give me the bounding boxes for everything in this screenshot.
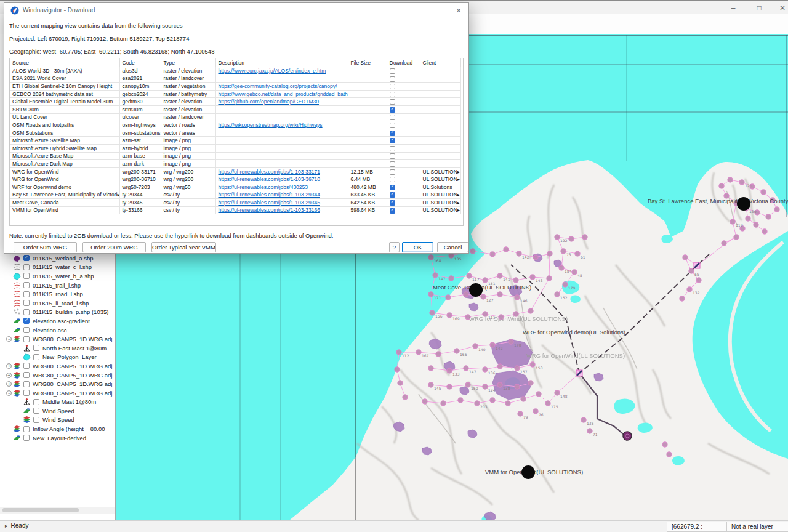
project-site-marker[interactable] (521, 465, 535, 479)
description-link[interactable]: https://wiki.openstreetmap.org/wiki/High… (219, 122, 323, 128)
table-row[interactable]: ESA 2021 World Coveresa2021raster / land… (10, 75, 460, 83)
description-link[interactable]: https://ul-renewables.com/jobs/430253 (219, 184, 308, 190)
layer-visibility-checkbox[interactable] (23, 381, 30, 387)
description-link[interactable]: https://ul-renewables.com/jobs/1-103-331… (219, 207, 320, 213)
ok-button[interactable]: OK (402, 242, 433, 252)
download-checkbox-cell[interactable] (387, 121, 420, 129)
description-cell[interactable] (215, 137, 348, 145)
description-cell[interactable] (215, 105, 348, 113)
description-link[interactable]: https://ul-renewables.com/jobs/1-103-293… (219, 200, 320, 206)
table-row[interactable]: ETH Global Sentinel-2 10m Canopy Heightc… (10, 83, 460, 91)
download-checkbox-cell[interactable] (387, 191, 420, 199)
download-checkbox[interactable] (390, 107, 395, 113)
layer-visibility-checkbox[interactable] (33, 345, 39, 351)
description-cell[interactable]: https://ul-renewables.com/jobs/1-103-331… (215, 167, 348, 175)
description-cell[interactable]: https://github.com/openlandmap/GEDTM30 (215, 98, 348, 106)
help-button[interactable]: ? (389, 242, 400, 252)
collapse-icon[interactable]: - (6, 336, 12, 342)
layer-tree-item[interactable]: 011K15_li_road_l.shp (0, 299, 116, 308)
column-header-0[interactable]: Source (10, 58, 119, 67)
table-row[interactable]: VMM for OpenWindty-33166csv / tyhttps://… (10, 206, 460, 214)
download-checkbox[interactable] (390, 192, 395, 198)
layer-tree-item[interactable]: Inflow Angle (height = 80.00 (0, 424, 116, 433)
download-checkbox-cell[interactable] (387, 137, 420, 145)
description-cell[interactable] (215, 113, 348, 121)
table-row[interactable]: GEBCO 2024 bathymetric data setgebco2024… (10, 90, 460, 98)
description-cell[interactable]: https://ul-renewables.com/jobs/1-103-293… (215, 191, 348, 199)
description-cell[interactable]: https://ul-renewables.com/jobs/430253 (215, 183, 348, 191)
table-row[interactable]: WRG for OpenWindwrg200-36710wrg / wrg200… (10, 175, 460, 183)
layer-tree-item[interactable]: +WRG80_CANP5_1D.WRG adj (0, 361, 116, 371)
download-checkbox[interactable] (390, 169, 395, 175)
download-checkbox[interactable] (390, 161, 395, 167)
cancel-button[interactable]: Cancel (437, 242, 468, 252)
layer-visibility-checkbox[interactable] (23, 273, 30, 279)
layer-visibility-checkbox[interactable] (23, 363, 30, 369)
expand-icon[interactable]: + (6, 381, 12, 387)
layer-visibility-checkbox[interactable] (23, 372, 30, 378)
download-checkbox-cell[interactable] (387, 183, 420, 191)
column-header-2[interactable]: Type (161, 58, 215, 67)
layer-tree-item[interactable]: Middle Mast 1@80m (0, 398, 116, 407)
layer-visibility-checkbox[interactable] (23, 255, 30, 261)
download-checkbox-cell[interactable] (387, 152, 420, 160)
layer-visibility-checkbox[interactable] (33, 399, 39, 405)
description-link[interactable]: https://ul-renewables.com/jobs/1-103-331… (219, 169, 320, 175)
description-link[interactable]: https://ul-renewables.com/jobs/1-103-367… (219, 176, 320, 182)
layer-tree-item[interactable]: +WRG80_CANP5_1D.WRG adj (0, 371, 116, 380)
description-cell[interactable]: https://wiki.openstreetmap.org/wiki/High… (215, 121, 348, 129)
download-checkbox[interactable] (390, 153, 395, 159)
dialog-titlebar[interactable]: Windnavigator - Download ✕ (4, 3, 468, 18)
description-cell[interactable]: https://ul-renewables.com/jobs/1-103-367… (215, 175, 348, 183)
download-checkbox-cell[interactable] (387, 83, 420, 91)
download-checkbox-cell[interactable] (387, 175, 420, 183)
layer-visibility-checkbox[interactable] (23, 264, 30, 270)
column-header-1[interactable]: Code (119, 58, 161, 67)
table-row[interactable]: Global Ensemble Digital Terrain Model 30… (10, 98, 460, 106)
download-checkbox-cell[interactable] (387, 113, 420, 121)
download-checkbox-cell[interactable] (387, 206, 420, 214)
layer-visibility-checkbox[interactable] (23, 309, 30, 315)
layer-tree-item[interactable]: 011K15_buildin_p.shp (1035) (0, 308, 116, 317)
project-site-marker[interactable] (737, 197, 750, 211)
description-link[interactable]: https://www.gebco.net/data_and_products/… (219, 91, 348, 97)
layer-tree-item[interactable]: 011K15_road_l.shp (0, 289, 116, 299)
layer-visibility-checkbox[interactable] (33, 354, 39, 360)
layer-tree-item[interactable]: elevation.asc (0, 326, 116, 335)
description-cell[interactable]: https://ul-renewables.com/jobs/1-103-293… (215, 199, 348, 207)
description-cell[interactable] (215, 75, 348, 83)
description-cell[interactable]: https://gee-community-catalog.org/projec… (215, 83, 348, 91)
download-checkbox-cell[interactable] (387, 90, 420, 98)
description-cell[interactable]: https://www.gebco.net/data_and_products/… (215, 90, 348, 98)
layer-visibility-checkbox[interactable] (23, 300, 30, 306)
column-header-3[interactable]: Description (215, 58, 348, 67)
layer-tree-item[interactable]: Wind Speed (0, 416, 116, 425)
column-header-6[interactable]: Client (420, 58, 460, 67)
download-checkbox-cell[interactable] (387, 160, 420, 168)
order-50m-wrg-button[interactable]: Order 50m WRG (14, 242, 77, 252)
description-link[interactable]: https://gee-community-catalog.org/projec… (219, 83, 337, 89)
layer-visibility-checkbox[interactable] (23, 327, 30, 333)
table-row[interactable]: Microsoft Azure Dark Mapazm-darkimage / … (10, 160, 460, 168)
table-row[interactable]: WRG for OpenWindwrg200-33171wrg / wrg200… (10, 167, 460, 175)
download-checkbox-cell[interactable] (387, 98, 420, 106)
layer-tree-item[interactable]: 011K15_wetland_a.shp (0, 254, 116, 263)
layer-tree-item[interactable]: 011K15_trail_l.shp (0, 281, 116, 290)
download-checkbox[interactable] (390, 185, 395, 190)
description-cell[interactable] (215, 152, 348, 160)
collapse-icon[interactable]: - (6, 390, 12, 396)
table-row[interactable]: SRTM 30msrtm30mraster / elevation (10, 105, 460, 113)
close-button[interactable]: ✕ (772, 2, 788, 14)
download-checkbox[interactable] (390, 68, 395, 74)
download-checkbox[interactable] (390, 76, 395, 82)
layer-tree-item[interactable]: New_Polygon_Layer (0, 353, 116, 362)
table-row[interactable]: OSM Substationsosm-substationsvector / a… (10, 129, 460, 137)
layer-visibility-checkbox[interactable] (23, 318, 30, 324)
column-header-5[interactable]: Download (387, 58, 420, 67)
download-checkbox[interactable] (390, 115, 395, 120)
layer-visibility-checkbox[interactable] (23, 435, 30, 441)
download-checkbox[interactable] (390, 131, 395, 136)
expand-icon[interactable]: + (6, 373, 12, 378)
tree-hscrollbar[interactable] (0, 507, 115, 514)
order-typical-year-vmm-button[interactable]: Order Typical Year VMM (151, 242, 216, 252)
